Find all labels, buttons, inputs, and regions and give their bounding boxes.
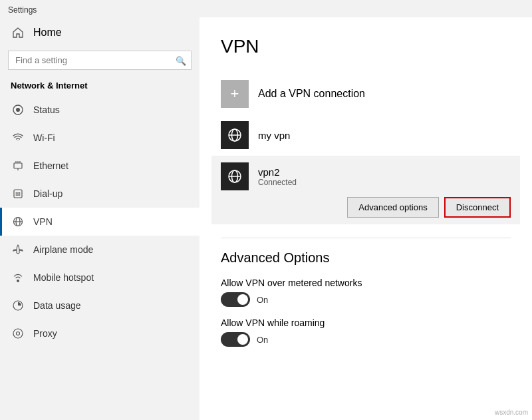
watermark: wsxdn.com [495, 409, 528, 416]
disconnect-button[interactable]: Disconnect [444, 197, 511, 218]
sidebar-item-ethernet[interactable]: Ethernet [0, 152, 200, 180]
toggle-metered-label: On [257, 295, 268, 305]
sidebar-item-dialup-label: Dial-up [33, 188, 63, 199]
vpn-item-vpn2-status: Connected [258, 178, 297, 187]
svg-point-10 [19, 192, 21, 194]
svg-point-1 [16, 108, 20, 112]
sidebar-item-dialup[interactable]: Dial-up [0, 180, 200, 208]
vpn-connected-top: vpn2 Connected [221, 162, 511, 190]
vpn-list: + Add a VPN connection my vpn [221, 73, 511, 224]
option-metered-label: Allow VPN over metered networks [221, 278, 511, 288]
option-roaming-toggle-row: On [221, 332, 511, 347]
sidebar-item-proxy[interactable]: Proxy [0, 319, 200, 347]
status-icon [11, 103, 25, 117]
vpn-item-myvpn-info: my vpn [258, 130, 290, 141]
svg-point-11 [16, 194, 17, 196]
sidebar-item-airplane[interactable]: Airplane mode [0, 236, 200, 264]
vpn-item-myvpn-name: my vpn [258, 130, 290, 141]
svg-point-13 [19, 194, 21, 196]
sidebar-item-hotspot-label: Mobile hotspot [33, 272, 94, 283]
svg-point-19 [17, 332, 20, 335]
sidebar-item-wifi-label: Wi-Fi [33, 132, 55, 143]
vpn-item-vpn2-name: vpn2 [258, 166, 297, 178]
sidebar-section-title: Network & Internet [0, 78, 200, 96]
title-bar: Settings [0, 0, 532, 17]
sidebar-item-status-label: Status [33, 105, 60, 115]
vpn-item-vpn2-icon [221, 162, 249, 190]
search-input[interactable] [8, 51, 192, 70]
dialup-icon [11, 186, 25, 201]
sidebar-item-vpn[interactable]: VPN [0, 208, 200, 236]
search-icon: 🔍 [176, 55, 186, 65]
toggle-roaming-label: On [257, 335, 268, 345]
airplane-icon [11, 242, 25, 257]
vpn-connected-container: vpn2 Connected Advanced options Disconne… [211, 156, 520, 224]
toggle-metered[interactable] [221, 292, 250, 307]
page-title: VPN [221, 36, 511, 57]
svg-point-9 [17, 192, 19, 194]
vpn-item-vpn2-info: vpn2 Connected [258, 166, 297, 187]
sidebar-item-wifi[interactable]: Wi-Fi [0, 124, 200, 152]
sidebar-item-hotspot[interactable]: Mobile hotspot [0, 264, 200, 292]
hotspot-icon [11, 270, 25, 285]
sidebar-item-home[interactable]: Home [0, 17, 200, 48]
vpn-icon [11, 214, 25, 229]
proxy-icon [11, 326, 25, 341]
app-container: Home 🔍 Network & Internet Status [0, 17, 532, 420]
sidebar-item-status[interactable]: Status [0, 96, 200, 124]
add-vpn-label: Add a VPN connection [258, 88, 365, 100]
ethernet-icon [11, 158, 25, 173]
datausage-icon [11, 298, 25, 313]
vpn-action-buttons: Advanced options Disconnect [221, 197, 511, 218]
sidebar-item-proxy-label: Proxy [33, 328, 57, 339]
sidebar-search: 🔍 [8, 51, 192, 70]
advanced-options-section: Advanced Options Allow VPN over metered … [221, 250, 511, 347]
sidebar: Home 🔍 Network & Internet Status [0, 17, 200, 420]
vpn-item-myvpn-icon [221, 121, 249, 149]
divider [221, 238, 511, 238]
title-bar-label: Settings [8, 5, 37, 15]
svg-point-12 [17, 194, 19, 196]
sidebar-item-ethernet-label: Ethernet [33, 160, 68, 171]
option-roaming: Allow VPN while roaming On [221, 317, 511, 347]
wifi-icon [11, 130, 25, 145]
svg-point-8 [16, 192, 17, 194]
add-vpn-button[interactable]: + Add a VPN connection [221, 73, 511, 114]
option-metered-toggle-row: On [221, 292, 511, 307]
main-content: VPN + Add a VPN connection [200, 17, 532, 420]
vpn-item-myvpn[interactable]: my vpn [221, 114, 511, 156]
toggle-roaming[interactable] [221, 332, 250, 347]
add-vpn-icon: + [221, 80, 249, 108]
sidebar-item-datausage[interactable]: Data usage [0, 292, 200, 319]
advanced-options-button[interactable]: Advanced options [347, 197, 438, 218]
sidebar-item-datausage-label: Data usage [33, 300, 81, 311]
advanced-options-title: Advanced Options [221, 250, 511, 266]
option-roaming-label: Allow VPN while roaming [221, 317, 511, 328]
home-label: Home [33, 27, 62, 39]
svg-rect-2 [14, 163, 22, 168]
svg-point-18 [13, 329, 23, 338]
sidebar-item-airplane-label: Airplane mode [33, 244, 93, 255]
sidebar-item-vpn-label: VPN [33, 216, 53, 227]
option-metered: Allow VPN over metered networks On [221, 278, 511, 307]
home-icon [11, 25, 25, 40]
